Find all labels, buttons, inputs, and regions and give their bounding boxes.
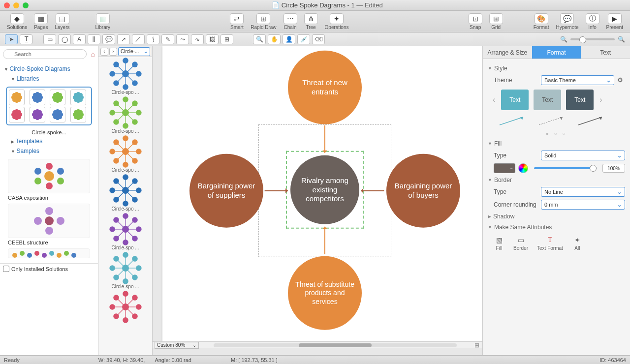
image-tool[interactable]: 🖼 — [206, 34, 219, 44]
shape-library-item[interactable] — [100, 292, 150, 322]
zoom-select[interactable]: Custom 80% — [155, 342, 199, 349]
style-prev-left[interactable]: ‹ — [492, 95, 496, 104]
border-type-select[interactable]: No Line — [541, 187, 625, 197]
shape-library-item[interactable]: Circle-spo ... — [100, 137, 150, 173]
arrow-tool[interactable]: ↗ — [117, 34, 130, 44]
stamp-tool[interactable]: 👤 — [283, 34, 295, 44]
msa-border[interactable]: ▭Border — [513, 236, 528, 251]
connector[interactable] — [324, 125, 325, 153]
connector[interactable] — [324, 227, 325, 254]
tree-samples[interactable]: Samples — [4, 146, 94, 156]
pointer-tool[interactable]: ➤ — [5, 34, 18, 44]
callout-tool[interactable]: 💬 — [102, 34, 115, 44]
line-tool[interactable]: ／ — [132, 34, 145, 44]
section-shadow[interactable]: Shadow — [488, 211, 625, 222]
section-msa[interactable]: Make Same Attributes — [488, 222, 625, 233]
opacity-value[interactable]: 100% — [602, 164, 625, 173]
pen-tool[interactable]: ✎ — [161, 34, 174, 44]
snap-button[interactable]: ⊡Snap — [466, 12, 485, 31]
smart-button[interactable]: ⇄Smart — [227, 12, 247, 31]
page-dots[interactable]: ● ○ ○ — [488, 129, 625, 138]
style-preview[interactable]: Text — [566, 90, 594, 110]
hypernote-button[interactable]: 💬Hypernote — [553, 12, 581, 31]
zoom-in-icon[interactable]: 🔍 — [618, 36, 625, 43]
connector[interactable] — [361, 190, 384, 191]
style-preview[interactable]: Text — [534, 90, 561, 110]
arrow-style[interactable] — [576, 115, 606, 127]
minimize-button[interactable] — [13, 2, 19, 8]
library-button[interactable]: ▦Library — [93, 12, 114, 31]
shapes-selector[interactable]: Circle-... — [118, 47, 150, 56]
only-installed-checkbox[interactable] — [3, 266, 9, 272]
close-button[interactable] — [4, 2, 10, 8]
tree-libraries[interactable]: Libraries — [4, 74, 94, 84]
present-button[interactable]: ▶Present — [603, 12, 626, 31]
erase-tool[interactable]: ⌫ — [312, 34, 325, 44]
node-left[interactable]: Bargaining power of suppliers — [189, 154, 263, 228]
sample-item[interactable]: CEEBL structure — [8, 204, 90, 245]
fit-icon[interactable]: ⊞ — [472, 342, 482, 349]
arrow-style[interactable] — [537, 115, 567, 127]
shape-library-item[interactable]: Circle-spo ... — [100, 176, 150, 212]
info-button[interactable]: ⓘInfo — [583, 12, 602, 31]
section-border[interactable]: Border — [488, 175, 625, 185]
connector[interactable] — [264, 190, 288, 191]
tab-text[interactable]: Text — [581, 46, 630, 59]
tab-format[interactable]: Format — [532, 46, 581, 59]
corner-select[interactable]: 0 mm — [541, 200, 625, 210]
canvas[interactable]: Threat of new entrants Threat of substit… — [162, 46, 482, 341]
rect-tool[interactable]: ▭ — [43, 34, 56, 44]
curve-tool[interactable]: ⟆ — [147, 34, 159, 44]
connector-tool[interactable]: ⤳ — [176, 34, 189, 44]
style-prev-right[interactable]: › — [598, 95, 603, 104]
tab-arrange[interactable]: Arrange & Size — [483, 46, 532, 59]
layers-button[interactable]: ▤Layers — [52, 12, 73, 31]
ops-button[interactable]: ✦Operations — [322, 12, 352, 31]
textbox-tool[interactable]: 𝍪 — [88, 34, 100, 44]
node-right[interactable]: Bargaining power of buyers — [386, 154, 460, 228]
arrow-style[interactable] — [498, 115, 527, 127]
shapes-fwd[interactable]: › — [109, 48, 117, 56]
chain-button[interactable]: ⋯Chain — [281, 12, 300, 31]
h-scrollbar[interactable] — [214, 343, 457, 347]
format-button[interactable]: 🎨Format — [531, 12, 552, 31]
fill-type-select[interactable]: Solid — [541, 151, 625, 160]
shape-library-item[interactable]: Circle-spo ... — [100, 98, 150, 134]
msa-text[interactable]: TText Format — [537, 236, 563, 251]
opacity-slider[interactable] — [534, 167, 597, 169]
shape-library-item[interactable]: Circle-spo ... — [100, 214, 150, 250]
zoom-out-icon[interactable]: 🔍 — [560, 36, 567, 43]
shapes-back[interactable]: ‹ — [100, 48, 108, 56]
node-top[interactable]: Threat of new entrants — [288, 51, 362, 124]
eyedropper-tool[interactable]: 💉 — [297, 34, 310, 44]
tree-button[interactable]: ⋔Tree — [301, 12, 321, 31]
text-tool[interactable]: A — [73, 34, 86, 44]
search-input[interactable] — [3, 49, 87, 59]
section-style[interactable]: Style — [488, 63, 625, 74]
solutions-button[interactable]: ◆Solutions — [4, 12, 30, 31]
library-thumb[interactable] — [6, 87, 92, 125]
section-fill[interactable]: Fill — [488, 138, 625, 149]
gear-icon[interactable]: ⚙ — [617, 76, 625, 84]
pages-button[interactable]: ▥Pages — [31, 12, 51, 31]
grid-button[interactable]: ⊞Grid — [486, 12, 506, 31]
shape-library-item[interactable]: Circle-spo ... — [100, 59, 150, 95]
zoom-slider[interactable]: 🔍 🔍 — [560, 36, 625, 43]
shape-library-item[interactable]: Circle-spo ... — [100, 253, 150, 289]
spline-tool[interactable]: ∿ — [191, 34, 204, 44]
maximize-button[interactable] — [23, 2, 29, 8]
style-preview[interactable]: Text — [501, 90, 529, 110]
sample-item[interactable]: CASA exposition — [8, 159, 90, 201]
sample-item[interactable] — [8, 248, 90, 258]
home-icon[interactable]: ⌂ — [91, 50, 95, 58]
msa-all[interactable]: ✦All — [572, 236, 583, 251]
node-bottom[interactable]: Threat of substitute products and servic… — [288, 256, 362, 330]
tree-templates[interactable]: Templates — [4, 136, 94, 146]
color-wheel-icon[interactable] — [518, 163, 528, 173]
theme-select[interactable]: Basic Theme — [541, 75, 614, 85]
node-center[interactable]: Rivalry among existing competitors — [290, 155, 359, 224]
tree-heading[interactable]: Circle-Spoke Diagrams — [4, 64, 94, 74]
hand-tool[interactable]: ✋ — [268, 34, 281, 44]
container-tool[interactable]: ⊞ — [220, 34, 233, 44]
rapid-button[interactable]: ⊞Rapid Draw — [248, 12, 279, 31]
